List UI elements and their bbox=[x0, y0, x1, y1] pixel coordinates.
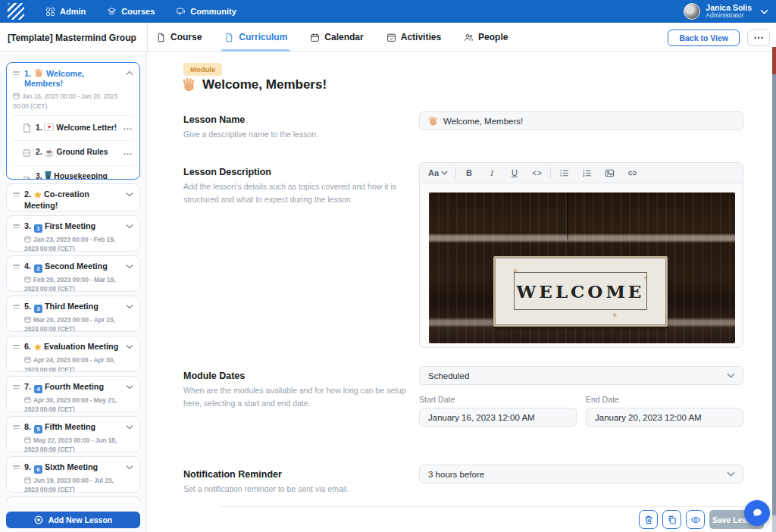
curriculum-sidebar: 1. Welcome, Members! Jan 16, 2023 00:00 … bbox=[0, 52, 147, 532]
lesson-card-8[interactable]: 8. 5 Fifth Meeting May 22, 2023 00:00 - … bbox=[6, 416, 140, 452]
calendar-icon bbox=[24, 477, 31, 483]
drag-handle-icon[interactable] bbox=[13, 224, 20, 228]
lesson-name-help: Give a descriptive name to the lesson. bbox=[183, 128, 424, 141]
lesson-card-5[interactable]: 5. 3 Third Meeting Mar 20, 2023 00:00 - … bbox=[6, 296, 140, 332]
drag-handle-icon[interactable] bbox=[13, 71, 20, 75]
tab-curriculum[interactable]: Curriculum bbox=[224, 23, 287, 52]
keycap-2-emoji: 2 bbox=[34, 264, 42, 273]
chevron-down-icon bbox=[760, 9, 768, 14]
drag-handle-icon[interactable] bbox=[13, 345, 20, 349]
chevron-down-icon[interactable] bbox=[126, 424, 133, 430]
tab-activities[interactable]: Activities bbox=[386, 23, 441, 52]
wastebasket-emoji bbox=[44, 171, 52, 180]
welcome-sign: WELCOME bbox=[493, 256, 668, 327]
keycap-4-emoji: 4 bbox=[34, 385, 42, 393]
tab-people[interactable]: People bbox=[464, 23, 508, 52]
grid-icon bbox=[45, 7, 55, 17]
lesson-dates: Jun 19, 2023 00:00 - Jul 23, 2023 00:00 … bbox=[24, 476, 121, 493]
delete-lesson-button[interactable] bbox=[639, 510, 658, 529]
lesson-card-1[interactable]: 1. Welcome, Members! Jan 16, 2023 00:00 … bbox=[6, 62, 140, 180]
avatar bbox=[684, 3, 700, 20]
calendar-icon bbox=[24, 437, 31, 443]
lesson-element-3[interactable]: 3. Housekeeping Items bbox=[13, 165, 133, 180]
editor-toolbar: Aa B I U <> bbox=[420, 163, 743, 183]
embed-icon bbox=[23, 149, 31, 158]
element-menu-button[interactable] bbox=[123, 121, 133, 135]
lesson-dates: Apr 24, 2023 00:00 - Apr 30, 2023 00:00 … bbox=[24, 355, 121, 372]
keycap-3-emoji: 3 bbox=[34, 305, 42, 313]
notification-reminder-label: Notification Reminder bbox=[183, 469, 282, 480]
drag-handle-icon[interactable] bbox=[13, 192, 20, 196]
font-style-dropdown[interactable]: Aa bbox=[426, 165, 450, 180]
preview-lesson-button[interactable] bbox=[686, 510, 705, 529]
add-new-lesson-button[interactable]: Add New Lesson bbox=[6, 512, 140, 528]
chevron-down-icon bbox=[727, 471, 735, 477]
lesson-card-7[interactable]: 7. 4 Fourth Meeting Apr 30, 2023 00:00 -… bbox=[6, 376, 140, 412]
drag-handle-icon[interactable] bbox=[13, 465, 20, 469]
bold-button[interactable]: B bbox=[462, 165, 477, 180]
brand-logo[interactable] bbox=[8, 3, 24, 20]
chevron-down-icon[interactable] bbox=[126, 384, 133, 390]
user-menu[interactable]: Janica Solis Administrator bbox=[684, 0, 768, 23]
lesson-element-1[interactable]: 1. Welcome Letter! bbox=[13, 115, 133, 140]
duplicate-lesson-button[interactable] bbox=[662, 510, 681, 529]
lesson-name-input[interactable]: Welcome, Members! bbox=[419, 111, 743, 130]
glowing-star-emoji bbox=[34, 343, 42, 353]
lesson-card-4[interactable]: 4. 2 Second Meeting Feb 20, 2023 00:00 -… bbox=[6, 255, 140, 292]
drag-handle-icon[interactable] bbox=[13, 425, 20, 429]
document-icon bbox=[23, 124, 31, 133]
divider bbox=[550, 167, 551, 179]
numbered-list-button[interactable] bbox=[579, 165, 594, 180]
chevron-down-icon[interactable] bbox=[126, 192, 133, 197]
availability-select[interactable]: Scheduled bbox=[419, 366, 743, 385]
back-to-view-button[interactable]: Back to View bbox=[668, 30, 740, 46]
chevron-down-icon bbox=[441, 171, 448, 175]
chevron-down-icon[interactable] bbox=[126, 465, 133, 470]
underline-button[interactable]: U bbox=[507, 165, 522, 180]
start-date-label: Start Date bbox=[419, 395, 455, 404]
drag-handle-icon[interactable] bbox=[13, 385, 20, 389]
nav-item-courses[interactable]: Courses bbox=[107, 7, 155, 17]
chevron-up-icon[interactable] bbox=[126, 70, 133, 76]
italic-button[interactable]: I bbox=[484, 165, 499, 180]
document-icon bbox=[23, 177, 31, 180]
drag-handle-icon[interactable] bbox=[13, 264, 20, 268]
end-date-input[interactable]: January 20, 2023 12:00 AM bbox=[586, 408, 743, 427]
chevron-down-icon[interactable] bbox=[126, 304, 133, 309]
more-options-button[interactable] bbox=[747, 30, 770, 46]
chevron-down-icon[interactable] bbox=[126, 264, 133, 269]
insert-link-button[interactable] bbox=[624, 165, 640, 180]
calendar-check-icon bbox=[386, 33, 396, 42]
chevron-down-icon[interactable] bbox=[126, 224, 133, 229]
lesson-card-2[interactable]: 2. Co-creation Meeting! Jan 21, 2023 (00… bbox=[6, 183, 140, 211]
page-scrollbar[interactable] bbox=[772, 47, 776, 532]
chat-widget-button[interactable] bbox=[744, 500, 770, 526]
scrollbar-thumb[interactable] bbox=[772, 47, 776, 74]
element-menu-button[interactable] bbox=[123, 174, 133, 180]
bullet-list-button[interactable] bbox=[556, 165, 571, 180]
welcome-sign-image[interactable]: WELCOME bbox=[429, 192, 735, 343]
element-menu-button[interactable] bbox=[123, 146, 133, 160]
lesson-card-3[interactable]: 3. 1 First Meeting Jan 23, 2023 00:00 - … bbox=[6, 215, 140, 252]
tab-calendar[interactable]: Calendar bbox=[310, 23, 363, 52]
code-button[interactable]: <> bbox=[530, 165, 545, 180]
file-icon bbox=[156, 33, 166, 42]
end-date-label: End Date bbox=[586, 395, 619, 404]
insert-image-button[interactable] bbox=[602, 165, 617, 180]
lesson-element-2[interactable]: 2. Ground Rules bbox=[13, 140, 133, 165]
calendar-icon bbox=[24, 276, 31, 283]
glowing-star-emoji bbox=[34, 190, 42, 201]
drag-handle-icon[interactable] bbox=[13, 305, 20, 308]
lesson-card-6[interactable]: 6. Evaluation Meeting Apr 24, 2023 00:00… bbox=[6, 336, 140, 372]
lesson-dates: Jan 16, 2023 00:00 - Jan 20, 2023 00:00 … bbox=[13, 92, 133, 111]
lesson-editor-panel: Module Welcome, Members! Lesson Name Giv… bbox=[148, 52, 776, 532]
start-date-input[interactable]: January 16, 2023 12:00 AM bbox=[419, 408, 577, 427]
lesson-card-9[interactable]: 9. 6 Sixth Meeting Jun 19, 2023 00:00 - … bbox=[6, 456, 140, 493]
chevron-down-icon[interactable] bbox=[126, 344, 133, 349]
nav-item-admin[interactable]: Admin bbox=[45, 7, 86, 17]
nav-item-community[interactable]: Community bbox=[176, 7, 236, 17]
notification-reminder-select[interactable]: 3 hours before bbox=[419, 465, 743, 483]
rich-text-editor[interactable]: Aa B I U <> bbox=[419, 162, 743, 348]
lesson-card-partial[interactable] bbox=[6, 496, 140, 502]
tab-course[interactable]: Course bbox=[156, 23, 202, 52]
